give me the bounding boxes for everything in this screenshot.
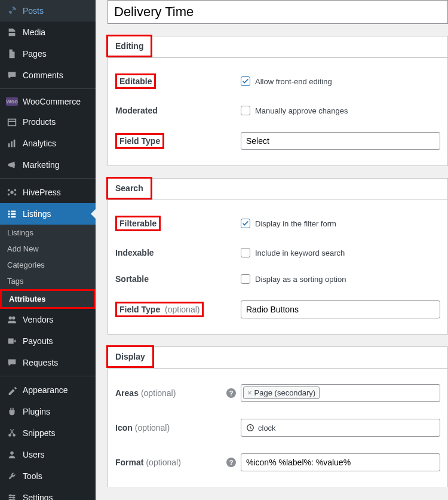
checkbox-filterable-label: Display in the filter form (255, 219, 336, 228)
hivepress-icon (6, 186, 18, 198)
menu-listings[interactable]: Listings (0, 203, 96, 225)
submenu-item-attributes[interactable]: Attributes (0, 289, 96, 309)
checkbox-moderated[interactable] (241, 106, 250, 115)
menu-analytics[interactable]: Analytics (0, 133, 96, 154)
svg-rect-3 (14, 140, 16, 148)
chip-remove-icon[interactable]: × (247, 388, 252, 397)
menu-requests[interactable]: Requests (0, 352, 96, 373)
field-filterable: Filterable Display in the filter form (115, 207, 440, 240)
help-icon[interactable]: ? (226, 388, 236, 398)
menu-products[interactable]: Products (0, 111, 96, 133)
pushpin-icon (6, 5, 18, 17)
label-search-field-type: Field Type (optional) (115, 302, 204, 317)
listings-icon (6, 208, 18, 220)
menu-tools[interactable]: Tools (0, 465, 96, 487)
svg-point-6 (14, 189, 17, 192)
checkbox-indexable[interactable] (241, 248, 250, 257)
menu-vendors[interactable]: Vendors (0, 309, 96, 330)
svg-rect-13 (8, 216, 10, 218)
svg-rect-17 (8, 339, 14, 344)
users-icon (6, 449, 18, 461)
submenu-item-tags[interactable]: Tags (0, 273, 96, 289)
vendors-icon (6, 314, 18, 326)
label-filterable: Filterable (115, 216, 161, 231)
products-icon (6, 116, 18, 128)
pages-icon (6, 48, 18, 60)
svg-rect-12 (11, 213, 16, 215)
submenu-listings: Listings Add New Categories Tags Attribu… (0, 225, 96, 309)
svg-rect-11 (8, 213, 10, 215)
attribute-title-input[interactable] (108, 0, 448, 24)
checkbox-editable-label: Allow front-end editing (255, 77, 332, 86)
marketing-icon (6, 159, 18, 171)
menu-settings[interactable]: Settings (0, 487, 96, 500)
svg-point-15 (9, 317, 12, 320)
svg-rect-0 (8, 119, 16, 126)
field-format: Format (optional)? (115, 445, 440, 480)
tools-icon (6, 470, 18, 482)
checkbox-moderated-label: Manually approve changes (255, 106, 348, 115)
svg-rect-10 (11, 211, 16, 213)
menu-appearance[interactable]: Appearance (0, 379, 96, 401)
select-editing-field-type[interactable] (241, 132, 440, 150)
panel-editing-title: Editing (106, 35, 152, 57)
menu-marketing[interactable]: Marketing (0, 154, 96, 176)
menu-media[interactable]: Media (0, 22, 96, 43)
label-areas: Areas (115, 388, 139, 398)
checkbox-sortable-label: Display as a sorting option (255, 275, 346, 284)
format-input[interactable] (241, 453, 440, 471)
svg-point-18 (8, 434, 11, 437)
field-indexable: Indexable Include in keyword search (115, 240, 440, 266)
media-icon (6, 26, 18, 38)
checkbox-sortable[interactable] (241, 274, 250, 284)
admin-sidebar: Posts Media Pages Comments WooWooCommerc… (0, 0, 96, 500)
label-icon: Icon (115, 423, 133, 432)
svg-point-20 (10, 452, 13, 455)
menu-users[interactable]: Users (0, 444, 96, 465)
menu-snippets[interactable]: Snippets (0, 422, 96, 444)
menu-hivepress[interactable]: HivePress (0, 182, 96, 203)
label-moderated: Moderated (115, 106, 158, 115)
label-sortable: Sortable (115, 274, 149, 284)
checkbox-indexable-label: Include in keyword search (255, 249, 345, 257)
submenu-item-add-new[interactable]: Add New (0, 241, 96, 257)
label-indexable: Indexable (115, 248, 154, 257)
panel-search-title: Search (106, 177, 152, 200)
svg-rect-9 (8, 211, 10, 213)
checkbox-filterable[interactable] (241, 219, 250, 228)
menu-posts[interactable]: Posts (0, 0, 96, 22)
woo-icon: Woo (6, 97, 18, 106)
label-editable: Editable (115, 73, 156, 89)
analytics-icon (6, 137, 18, 149)
field-search-field-type: Field Type (optional) (115, 292, 440, 327)
menu-comments[interactable]: Comments (0, 65, 96, 86)
comments-icon (6, 69, 18, 81)
menu-pages[interactable]: Pages (0, 43, 96, 65)
field-editable: Editable Allow front-end editing (115, 65, 440, 97)
submenu-item-categories[interactable]: Categories (0, 257, 96, 273)
menu-payouts[interactable]: Payouts (0, 330, 96, 352)
clock-icon (246, 424, 254, 432)
field-areas: Areas (optional)? ×Page (secondary) (115, 376, 440, 410)
panel-editing: Editing Editable Allow front-end editing… (108, 36, 448, 166)
field-icon: Icon (optional) clock (115, 410, 440, 445)
appearance-icon (6, 384, 18, 396)
checkbox-editable[interactable] (241, 76, 250, 86)
icon-select[interactable]: clock (241, 419, 440, 437)
select-search-field-type[interactable] (241, 300, 440, 318)
areas-input[interactable]: ×Page (secondary) (241, 384, 440, 402)
menu-plugins[interactable]: Plugins (0, 401, 96, 422)
panel-search: Search Filterable Display in the filter … (108, 178, 448, 335)
requests-icon (6, 357, 18, 369)
area-chip: ×Page (secondary) (243, 386, 320, 399)
panel-display: Display Areas (optional)? ×Page (seconda… (108, 346, 448, 487)
panel-display-title: Display (106, 345, 154, 368)
svg-point-24 (10, 495, 12, 497)
menu-woocommerce[interactable]: WooWooCommerce (0, 92, 96, 111)
help-icon[interactable]: ? (226, 458, 236, 467)
submenu-item-listings[interactable]: Listings (0, 225, 96, 241)
menu-separator (0, 176, 96, 179)
field-editing-field-type: Field Type (115, 124, 440, 158)
snippets-icon (6, 427, 18, 439)
svg-point-19 (13, 434, 16, 437)
